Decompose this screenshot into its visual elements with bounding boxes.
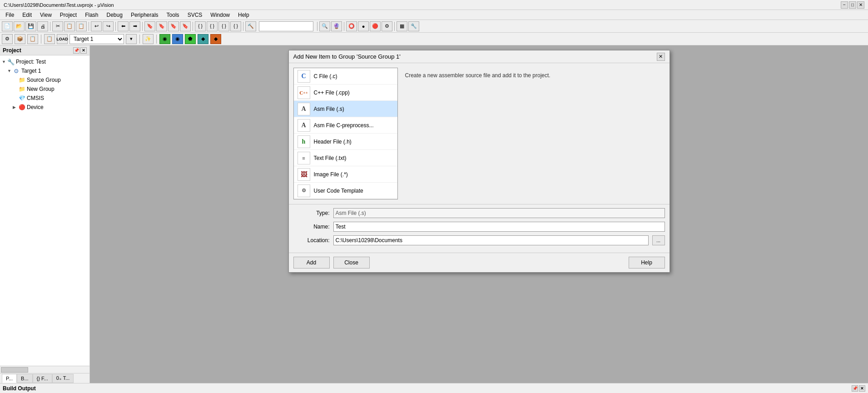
menu-debug[interactable]: Debug xyxy=(103,11,126,19)
tb2-teal[interactable]: ◆ xyxy=(198,34,208,44)
tab-templates[interactable]: 0₊ T... xyxy=(52,374,74,383)
nav-fwd-btn[interactable]: ➡ xyxy=(129,21,140,31)
close-app-button[interactable]: ✕ xyxy=(857,1,864,9)
circle-btn[interactable]: ⭕ xyxy=(346,21,357,31)
text-file-icon: ≡ xyxy=(298,152,310,164)
tree-source-group[interactable]: 📁 Source Group xyxy=(0,75,89,85)
cut-btn[interactable]: ✂ xyxy=(52,21,63,31)
new-group-icon: 📁 xyxy=(18,85,25,93)
redo-btn[interactable]: ↪ xyxy=(103,21,114,31)
tb2-green1[interactable]: ◉ xyxy=(159,34,170,44)
wrench-btn[interactable]: 🔧 xyxy=(408,21,419,31)
file-type-asm[interactable]: A Asm File (.s) xyxy=(294,101,397,117)
bookmark1-btn[interactable]: 🔖 xyxy=(144,21,155,31)
multi-btn[interactable]: ⚙ xyxy=(382,21,392,31)
type-input[interactable] xyxy=(333,208,665,218)
scroll-thumb[interactable] xyxy=(1,367,28,373)
asm-file-icon: A xyxy=(298,103,310,115)
red-btn[interactable]: 🔴 xyxy=(370,21,381,31)
menu-svcs[interactable]: SVCS xyxy=(184,11,206,19)
save-btn[interactable]: 💾 xyxy=(25,21,36,31)
sep9 xyxy=(394,22,395,31)
tb2-btn3[interactable]: 📋 xyxy=(27,34,38,44)
tb2-green2[interactable]: ⬟ xyxy=(185,34,196,44)
tree-new-group-label: New Group xyxy=(27,86,55,92)
copy-btn[interactable]: 📋 xyxy=(64,21,75,31)
search-input-toolbar[interactable] xyxy=(259,21,313,31)
tb2-blue1[interactable]: ◉ xyxy=(172,34,183,44)
code3-btn[interactable]: { } xyxy=(218,21,229,31)
menu-edit[interactable]: Edit xyxy=(19,11,35,19)
dot-btn[interactable]: ● xyxy=(358,21,369,31)
grid-btn[interactable]: ▦ xyxy=(397,21,407,31)
app-title: C:\Users\10298\Documents\Test.uvprojx - … xyxy=(4,2,114,8)
menu-window[interactable]: Window xyxy=(207,11,233,19)
panel-pin-button[interactable]: 📌 xyxy=(73,47,79,54)
new-btn[interactable]: 📄 xyxy=(2,21,13,31)
build-output-close[interactable]: ✕ xyxy=(859,385,865,392)
description-text: Create a new assembler source file and a… xyxy=(405,72,551,79)
build-output-pin[interactable]: 📌 xyxy=(852,385,858,392)
tree-new-group[interactable]: 📁 New Group xyxy=(0,85,89,94)
file-type-asm-cpp[interactable]: A Asm File C-preprocess... xyxy=(294,117,397,134)
help-button[interactable]: Help xyxy=(629,257,665,269)
tab-books[interactable]: B... xyxy=(17,374,33,383)
toolbar-1: 📄 📂 💾 🖨 ✂ 📋 📋 ↩ ↪ ⬅ ➡ 🔖 🔖 🔖 🔖 { } { } { … xyxy=(0,20,868,33)
code2-btn[interactable]: { } xyxy=(207,21,218,31)
menu-view[interactable]: View xyxy=(36,11,55,19)
close-button[interactable]: Close xyxy=(333,257,370,269)
code4-btn[interactable]: { } xyxy=(230,21,241,31)
file-type-cpp[interactable]: C++ C++ File (.cpp) xyxy=(294,85,397,101)
tb2-load[interactable]: LOAD xyxy=(57,34,68,44)
tb2-magic-btn[interactable]: ✨ xyxy=(143,34,154,44)
magic-btn[interactable]: 🔮 xyxy=(331,21,342,31)
menu-file[interactable]: File xyxy=(2,11,18,19)
build-icon-btn[interactable]: 🔨 xyxy=(245,21,256,31)
tree-cmsis[interactable]: 💎 CMSIS xyxy=(0,94,89,103)
image-file-label: Image File (.*) xyxy=(314,171,348,178)
bookmark3-btn[interactable]: 🔖 xyxy=(168,21,179,31)
menu-bar: File Edit View Project Flash Debug Perip… xyxy=(0,10,868,20)
tb2-btn4[interactable]: 📋 xyxy=(44,34,55,44)
menu-help[interactable]: Help xyxy=(234,11,253,19)
target-select[interactable]: Target 1 xyxy=(69,34,124,44)
tree-target1[interactable]: ▼ ⚙ Target 1 xyxy=(0,66,89,75)
file-type-header[interactable]: h Header File (.h) xyxy=(294,134,397,150)
open-btn[interactable]: 📂 xyxy=(14,21,25,31)
file-type-user-template[interactable]: ⚙ User Code Template xyxy=(294,183,397,199)
sidebar-scroll[interactable] xyxy=(0,366,89,373)
browse-button[interactable]: ... xyxy=(652,235,665,245)
tb2-btn1[interactable]: ⚙ xyxy=(2,34,13,44)
paste-btn[interactable]: 📋 xyxy=(76,21,87,31)
tab-project[interactable]: P... xyxy=(2,374,17,383)
bookmark4-btn[interactable]: 🔖 xyxy=(180,21,191,31)
location-input[interactable] xyxy=(333,235,649,245)
tb2-btn2[interactable]: 📦 xyxy=(15,34,25,44)
bookmark2-btn[interactable]: 🔖 xyxy=(156,21,167,31)
search-btn[interactable]: 🔍 xyxy=(319,21,330,31)
menu-flash[interactable]: Flash xyxy=(81,11,102,19)
undo-btn[interactable]: ↩ xyxy=(91,21,102,31)
add-button[interactable]: Add xyxy=(293,257,330,269)
menu-peripherals[interactable]: Peripherals xyxy=(127,11,162,19)
code1-btn[interactable]: { } xyxy=(195,21,206,31)
nav-back-btn[interactable]: ⬅ xyxy=(118,21,129,31)
tb2-orange[interactable]: ◆ xyxy=(210,34,221,44)
minimize-button[interactable]: − xyxy=(841,1,848,9)
file-type-c[interactable]: C C File (.c) xyxy=(294,68,397,85)
menu-tools[interactable]: Tools xyxy=(163,11,183,19)
sep1 xyxy=(50,22,50,31)
name-input[interactable] xyxy=(333,222,665,232)
panel-close-button[interactable]: ✕ xyxy=(80,47,87,54)
print-btn[interactable]: 🖨 xyxy=(37,21,48,31)
dialog-close-button[interactable]: ✕ xyxy=(657,53,665,61)
tree-project[interactable]: ▼ 🔧 Project: Test xyxy=(0,57,89,66)
tb2-dropdown-btn[interactable]: ▾ xyxy=(126,34,137,44)
maximize-button[interactable]: □ xyxy=(849,1,856,9)
file-type-image[interactable]: 🖼 Image File (.*) xyxy=(294,166,397,183)
dialog-title-bar: Add New Item to Group 'Source Group 1' ✕ xyxy=(289,50,670,63)
tree-device[interactable]: ▶ 🔴 Device xyxy=(0,103,89,112)
menu-project[interactable]: Project xyxy=(56,11,80,19)
tab-functions[interactable]: {} F... xyxy=(33,374,52,383)
file-type-text[interactable]: ≡ Text File (.txt) xyxy=(294,150,397,166)
